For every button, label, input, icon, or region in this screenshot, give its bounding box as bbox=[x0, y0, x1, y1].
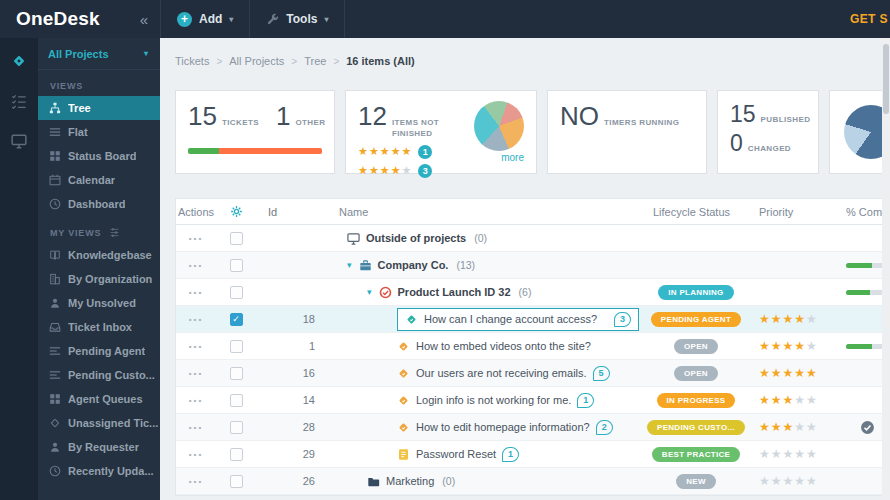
item-name[interactable]: Marketing bbox=[386, 475, 434, 487]
conversation-count-badge[interactable]: 2 bbox=[596, 420, 613, 435]
sidebar-item-status-board[interactable]: Status Board bbox=[38, 144, 160, 168]
sidebar-item-tree[interactable]: Tree bbox=[38, 96, 160, 120]
sidebar-item-my-unsolved[interactable]: My Unsolved bbox=[38, 291, 160, 315]
column-header-status[interactable]: Lifecycle Status bbox=[641, 199, 751, 224]
sidebar-item-dashboard[interactable]: Dashboard bbox=[38, 192, 160, 216]
table-row[interactable]: •••▾Product Launch ID 32(6)IN PLANNING bbox=[176, 279, 890, 306]
sidebar-item-agent-queues[interactable]: Agent Queues bbox=[38, 387, 160, 411]
sidebar-collapse-button[interactable]: « bbox=[140, 11, 148, 28]
row-checkbox[interactable] bbox=[230, 367, 243, 380]
sidebar-item-unassigned-tic[interactable]: Unassigned Tic... bbox=[38, 411, 160, 435]
sidebar-item-flat[interactable]: Flat bbox=[38, 120, 160, 144]
sidebar-item-recently-upda[interactable]: Recently Upda... bbox=[38, 459, 160, 483]
more-link[interactable]: more bbox=[501, 152, 524, 163]
lifecycle-status-badge[interactable]: OPEN bbox=[674, 366, 718, 381]
scrollbar-thumb[interactable] bbox=[883, 44, 889, 114]
lifecycle-status-badge[interactable]: IN PLANNING bbox=[658, 285, 733, 300]
row-checkbox[interactable] bbox=[230, 421, 243, 434]
row-checkbox[interactable] bbox=[230, 286, 243, 299]
row-checkbox[interactable] bbox=[230, 475, 243, 488]
row-actions-button[interactable]: ••• bbox=[189, 477, 203, 486]
add-button[interactable]: + Add ▾ bbox=[160, 0, 249, 38]
table-row[interactable]: •••26Marketing(0)NEW★★★★★ bbox=[176, 468, 890, 495]
lifecycle-status-badge[interactable]: PENDING AGENT bbox=[651, 312, 741, 327]
row-checkbox[interactable] bbox=[230, 340, 243, 353]
monitor-app-icon[interactable] bbox=[11, 133, 27, 149]
rating-stars[interactable]: ★★★★★ bbox=[358, 165, 412, 176]
column-header-actions[interactable]: Actions bbox=[176, 199, 216, 224]
tasks-app-icon[interactable] bbox=[11, 93, 27, 109]
table-row[interactable]: •••▾Company Co.(13) bbox=[176, 252, 890, 279]
conversation-count-badge[interactable]: 1 bbox=[502, 447, 519, 462]
table-row[interactable]: •••14Login info is not working for me.1I… bbox=[176, 387, 890, 414]
row-actions-button[interactable]: ••• bbox=[189, 369, 203, 378]
sidebar-item-by-requester[interactable]: By Requester bbox=[38, 435, 160, 459]
selected-item-box[interactable]: How can I change account access?3 bbox=[397, 308, 639, 331]
table-row[interactable]: •••1How to embed videos onto the site?OP… bbox=[176, 333, 890, 360]
item-name[interactable]: How to edit homepage information? bbox=[416, 421, 590, 433]
row-actions-button[interactable]: ••• bbox=[189, 261, 203, 270]
vertical-scrollbar[interactable] bbox=[882, 38, 890, 500]
get-started-link[interactable]: GET S bbox=[850, 0, 890, 38]
priority-stars[interactable]: ★★★★★ bbox=[759, 340, 818, 352]
rating-count-badge[interactable]: 3 bbox=[418, 164, 432, 178]
row-actions-button[interactable]: ••• bbox=[189, 288, 203, 297]
item-name[interactable]: How can I change account access? bbox=[424, 313, 597, 325]
tools-button[interactable]: Tools ▾ bbox=[249, 0, 345, 38]
priority-stars[interactable]: ★★★★★ bbox=[759, 394, 818, 406]
sidebar-item-knowledgebase[interactable]: Knowledgebase bbox=[38, 243, 160, 267]
column-header-id[interactable]: Id bbox=[256, 199, 331, 224]
row-actions-button[interactable]: ••• bbox=[189, 342, 203, 351]
item-name[interactable]: How to embed videos onto the site? bbox=[416, 340, 591, 352]
conversation-count-badge[interactable]: 1 bbox=[577, 393, 594, 408]
lifecycle-status-badge[interactable]: PENDING CUSTO... bbox=[647, 420, 745, 435]
lifecycle-status-badge[interactable]: NEW bbox=[676, 474, 716, 489]
tickets-app-icon[interactable] bbox=[11, 53, 27, 69]
conversation-count-badge[interactable]: 3 bbox=[614, 312, 631, 327]
priority-stars[interactable]: ★★★★★ bbox=[759, 313, 818, 325]
priority-stars[interactable]: ★★★★★ bbox=[759, 367, 818, 379]
item-name[interactable]: Our users are not receiving emails. bbox=[416, 367, 587, 379]
item-name[interactable]: Company Co. bbox=[378, 259, 449, 271]
sidebar-item-by-organization[interactable]: By Organization bbox=[38, 267, 160, 291]
priority-stars[interactable]: ★★★★★ bbox=[759, 448, 818, 460]
table-row[interactable]: •••28How to edit homepage information?2P… bbox=[176, 414, 890, 441]
lifecycle-status-badge[interactable]: BEST PRACTICE bbox=[652, 447, 740, 462]
table-row[interactable]: •••29Password Reset1BEST PRACTICE★★★★★ bbox=[176, 441, 890, 468]
item-name[interactable]: Password Reset bbox=[416, 448, 496, 460]
sidebar-item-pending-agent[interactable]: Pending Agent bbox=[38, 339, 160, 363]
expand-toggle[interactable]: ▾ bbox=[367, 287, 372, 297]
rating-count-badge[interactable]: 1 bbox=[418, 145, 432, 159]
project-selector[interactable]: All Projects ▾ bbox=[38, 38, 160, 70]
row-checkbox[interactable] bbox=[230, 259, 243, 272]
rating-stars[interactable]: ★★★★★ bbox=[358, 146, 412, 157]
sidebar-item-ticket-inbox[interactable]: Ticket Inbox bbox=[38, 315, 160, 339]
breadcrumb-item[interactable]: Tree bbox=[304, 55, 326, 67]
sidebar-item-pending-custo[interactable]: Pending Custo... bbox=[38, 363, 160, 387]
priority-stars[interactable]: ★★★★★ bbox=[759, 475, 818, 487]
row-checkbox[interactable] bbox=[230, 448, 243, 461]
row-checkbox[interactable] bbox=[230, 394, 243, 407]
breadcrumb-item[interactable]: Tickets bbox=[175, 55, 209, 67]
priority-stars[interactable]: ★★★★★ bbox=[759, 421, 818, 433]
lifecycle-status-badge[interactable]: OPEN bbox=[674, 339, 718, 354]
item-name[interactable]: Product Launch ID 32 bbox=[398, 286, 511, 298]
row-actions-button[interactable]: ••• bbox=[189, 315, 203, 324]
column-header-priority[interactable]: Priority bbox=[751, 199, 836, 224]
row-actions-button[interactable]: ••• bbox=[189, 450, 203, 459]
expand-toggle[interactable]: ▾ bbox=[347, 260, 352, 270]
item-name[interactable]: Login info is not working for me. bbox=[416, 394, 571, 406]
conversation-count-badge[interactable]: 5 bbox=[593, 366, 610, 381]
row-actions-button[interactable]: ••• bbox=[189, 396, 203, 405]
table-row[interactable]: •••✓18How can I change account access?3P… bbox=[176, 306, 890, 333]
column-header-select[interactable] bbox=[216, 199, 256, 224]
table-row[interactable]: •••16Our users are not receiving emails.… bbox=[176, 360, 890, 387]
breadcrumb-item[interactable]: All Projects bbox=[229, 55, 284, 67]
row-checkbox[interactable] bbox=[230, 232, 243, 245]
column-header-name[interactable]: Name bbox=[331, 199, 641, 224]
sidebar-item-calendar[interactable]: Calendar bbox=[38, 168, 160, 192]
row-actions-button[interactable]: ••• bbox=[189, 423, 203, 432]
lifecycle-status-badge[interactable]: IN PROGRESS bbox=[657, 393, 736, 408]
item-name[interactable]: Outside of projects bbox=[366, 232, 466, 244]
table-row[interactable]: •••Outside of projects(0) bbox=[176, 225, 890, 252]
